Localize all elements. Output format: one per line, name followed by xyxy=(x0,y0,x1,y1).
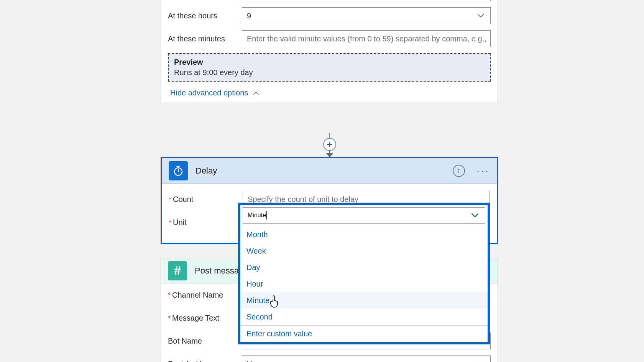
label-hours: At these hours xyxy=(168,11,242,20)
hash-icon: # xyxy=(168,261,187,280)
row-minutes: At these minutes xyxy=(161,27,498,50)
chevron-down-icon xyxy=(470,211,480,220)
hide-advanced-link[interactable]: Hide advanced options xyxy=(170,88,260,97)
svg-rect-6 xyxy=(458,170,459,173)
info-button[interactable] xyxy=(453,165,465,177)
row-postas: Post As User Yes xyxy=(161,352,498,362)
label-message: Message Text xyxy=(168,314,242,323)
timer-icon xyxy=(169,161,188,180)
delay-title: Delay xyxy=(196,166,217,176)
minutes-input[interactable] xyxy=(242,30,491,47)
unit-combobox[interactable]: Minute xyxy=(243,207,485,224)
unit-dropdown[interactable]: Minute Month Week Day Hour Minute Second… xyxy=(238,203,490,344)
unit-value: Minute xyxy=(248,212,266,219)
postas-value: Yes xyxy=(247,360,260,362)
label-count: Count xyxy=(169,195,243,204)
chevron-down-icon xyxy=(476,359,485,362)
unit-option-list: Month Week Day Hour Minute Second Enter … xyxy=(240,226,488,342)
postas-select[interactable]: Yes xyxy=(242,355,491,362)
preview-text: Runs at 9:00 every day xyxy=(174,68,485,77)
delay-header[interactable]: Delay ··· xyxy=(162,158,497,184)
unit-option-week[interactable]: Week xyxy=(240,243,488,259)
more-button[interactable]: ··· xyxy=(476,165,490,177)
unit-option-second[interactable]: Second xyxy=(240,309,488,325)
unit-option-custom[interactable]: Enter custom value xyxy=(240,325,488,342)
hours-value: 9 xyxy=(247,11,251,20)
unit-option-month[interactable]: Month xyxy=(240,226,488,243)
hide-advanced-text: Hide advanced options xyxy=(170,88,248,97)
label-channel: Channel Name xyxy=(168,291,242,300)
preview-box: Preview Runs at 9:00 every day xyxy=(168,53,491,82)
row-start-time: Start time xyxy=(161,0,498,4)
chevron-up-icon xyxy=(253,90,260,97)
recurrence-card: Time zone Start time At these hours 9 At… xyxy=(161,0,498,102)
text-caret xyxy=(266,211,267,219)
label-bot: Bot Name xyxy=(168,337,242,346)
start-time-input[interactable] xyxy=(242,0,491,1)
add-step-button[interactable] xyxy=(323,138,336,151)
unit-option-hour[interactable]: Hour xyxy=(240,276,488,292)
svg-point-5 xyxy=(458,169,459,170)
minutes-text[interactable] xyxy=(247,34,486,43)
row-hours: At these hours 9 xyxy=(161,4,498,27)
preview-title: Preview xyxy=(174,58,485,67)
chevron-down-icon xyxy=(476,11,485,20)
label-postas: Post As User xyxy=(168,360,242,362)
unit-option-day[interactable]: Day xyxy=(240,259,488,276)
label-unit: Unit xyxy=(169,218,243,227)
label-minutes: At these minutes xyxy=(168,34,242,43)
unit-option-minute[interactable]: Minute xyxy=(240,292,488,309)
hours-select[interactable]: 9 xyxy=(242,7,491,24)
